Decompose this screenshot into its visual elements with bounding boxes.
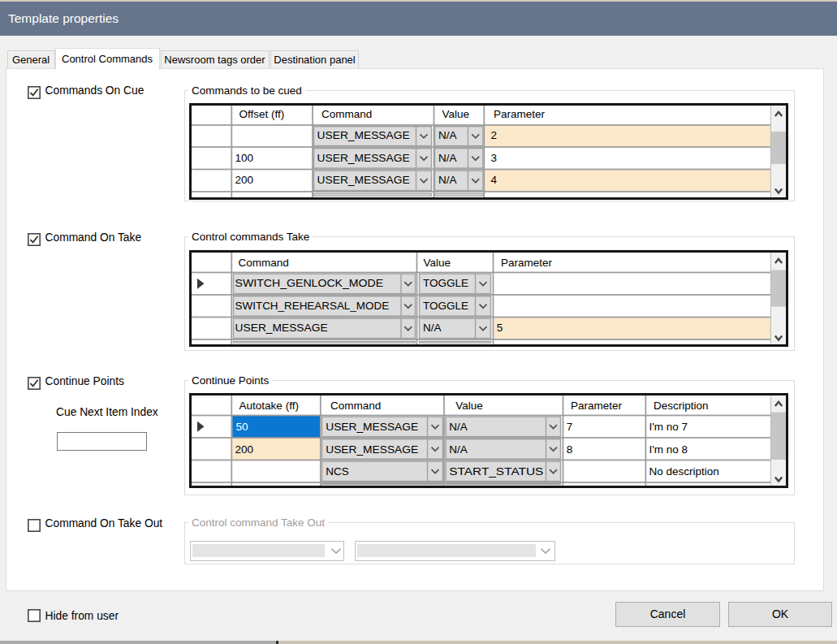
svg-text:NCS: NCS [326, 465, 349, 478]
svg-text:SWITCH_GENLOCK_MODE: SWITCH_GENLOCK_MODE [235, 277, 384, 289]
svg-text:Parameter: Parameter [501, 257, 553, 269]
svg-text:Autotake (ff): Autotake (ff) [239, 400, 299, 412]
svg-text:50: 50 [236, 421, 248, 433]
svg-text:TOGGLE: TOGGLE [423, 300, 468, 312]
svg-text:USER_MESSAGE: USER_MESSAGE [317, 174, 410, 186]
svg-text:USER_MESSAGE: USER_MESSAGE [317, 129, 410, 141]
svg-text:4: 4 [491, 174, 498, 186]
svg-text:7: 7 [567, 421, 573, 433]
svg-text:USER_MESSAGE: USER_MESSAGE [326, 443, 418, 456]
svg-text:TOGGLE: TOGGLE [423, 277, 468, 289]
svg-text:N/A: N/A [449, 421, 468, 433]
svg-text:I'm no 8: I'm no 8 [649, 443, 688, 456]
svg-text:Command: Command [239, 257, 289, 269]
svg-text:5: 5 [497, 322, 503, 334]
svg-text:USER_MESSAGE: USER_MESSAGE [317, 152, 410, 164]
svg-text:No description: No description [649, 465, 719, 478]
svg-text:N/A: N/A [438, 152, 457, 164]
svg-text:Command: Command [321, 108, 372, 120]
svg-text:Offset (ff): Offset (ff) [239, 108, 285, 120]
svg-text:N/A: N/A [423, 322, 442, 334]
svg-text:Parameter: Parameter [494, 108, 546, 120]
svg-text:Command: Command [330, 400, 381, 412]
svg-text:8: 8 [567, 443, 573, 456]
svg-text:Parameter: Parameter [571, 400, 623, 412]
svg-text:START_STATUS: START_STATUS [449, 465, 543, 478]
svg-text:200: 200 [235, 174, 254, 186]
svg-text:Description: Description [654, 400, 709, 412]
svg-text:Value: Value [442, 108, 470, 120]
svg-text:USER_MESSAGE: USER_MESSAGE [235, 322, 328, 334]
svg-text:Value: Value [455, 400, 483, 412]
svg-text:N/A: N/A [438, 129, 457, 141]
svg-text:100: 100 [235, 152, 254, 164]
svg-text:I'm no 7: I'm no 7 [649, 421, 688, 433]
svg-text:USER_MESSAGE: USER_MESSAGE [326, 421, 418, 433]
svg-text:Value: Value [424, 257, 451, 269]
svg-text:200: 200 [235, 443, 254, 456]
svg-text:2: 2 [491, 129, 498, 141]
svg-text:N/A: N/A [449, 443, 468, 456]
svg-text:N/A: N/A [438, 174, 457, 186]
svg-text:3: 3 [491, 152, 498, 164]
svg-text:SWITCH_REHEARSAL_MODE: SWITCH_REHEARSAL_MODE [235, 300, 390, 312]
